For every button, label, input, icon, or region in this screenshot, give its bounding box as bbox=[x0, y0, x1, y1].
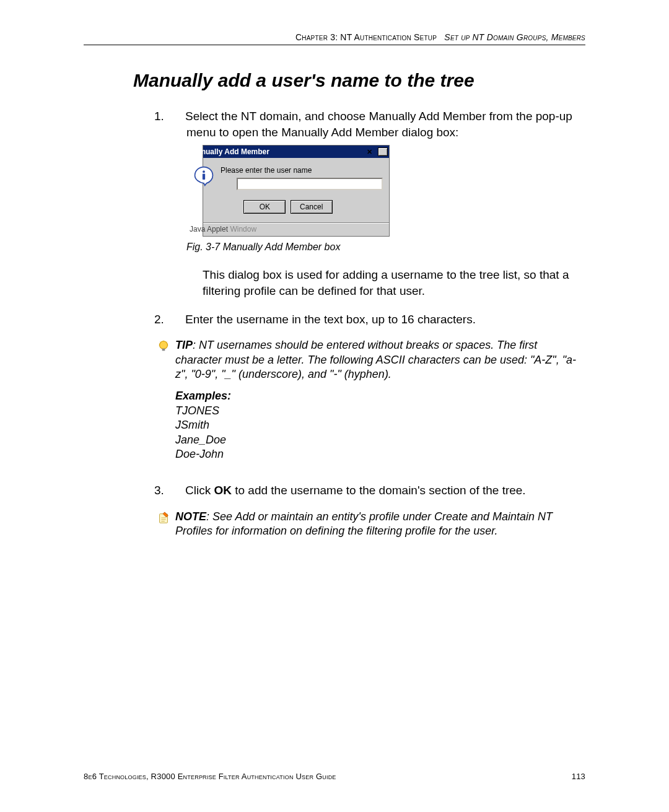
footer-left: 8e6 Technologies, R3000 Enterprise Filte… bbox=[84, 772, 336, 781]
step-1-text: Select the NT domain, and choose Manuall… bbox=[185, 110, 572, 139]
example-2: Jane_Doe bbox=[175, 433, 585, 447]
step-3: 3.Click OK to add the username to the do… bbox=[170, 482, 585, 499]
examples-block: Examples: TJONES JSmith Jane_Doe Doe-Joh… bbox=[175, 389, 585, 461]
header-subtitle: Set up NT Domain Groups, Members bbox=[444, 32, 585, 42]
svg-point-0 bbox=[203, 171, 205, 173]
step-3-number: 3. bbox=[170, 482, 185, 499]
explain-paragraph: This dialog box is used for adding a use… bbox=[203, 267, 585, 299]
note-label: NOTE bbox=[175, 510, 206, 523]
dialog-body: Please enter the user name OK Cancel bbox=[203, 158, 389, 222]
content-area: 1.Select the NT domain, and choose Manua… bbox=[170, 108, 585, 539]
ok-button[interactable]: OK bbox=[243, 200, 286, 214]
figure-caption: Fig. 3-7 Manually Add Member box bbox=[203, 240, 585, 254]
page-footer: 8e6 Technologies, R3000 Enterprise Filte… bbox=[84, 772, 585, 781]
step-2: 2.Enter the username in the text box, up… bbox=[170, 312, 585, 328]
note-callout: NOTE: See Add or maintain an entity's pr… bbox=[157, 510, 585, 539]
section-title: Manually add a user's name to the tree bbox=[133, 70, 585, 91]
step-1-number: 1. bbox=[170, 108, 185, 124]
lightbulb-icon bbox=[157, 339, 170, 353]
status-text-post: Window bbox=[230, 225, 256, 234]
example-1: JSmith bbox=[175, 418, 585, 432]
step-2-text: Enter the username in the text box, up t… bbox=[185, 313, 476, 326]
svg-rect-1 bbox=[203, 174, 205, 180]
example-3: Doe-John bbox=[175, 447, 585, 461]
step-3-pre: Click bbox=[185, 484, 214, 497]
dialog-figure: Manually Add Member ✕ bbox=[203, 145, 585, 236]
close-icon[interactable]: ✕ bbox=[378, 147, 388, 156]
tip-text: : NT usernames should be entered without… bbox=[175, 339, 576, 380]
svg-rect-3 bbox=[162, 349, 165, 351]
header-chapter: Chapter 3: NT Authentication Setup bbox=[295, 32, 437, 42]
note-icon bbox=[157, 511, 170, 525]
footer-page-number: 113 bbox=[572, 772, 585, 781]
note-text: : See Add or maintain an entity's profil… bbox=[175, 510, 553, 537]
status-text-pre: Java Applet bbox=[190, 225, 230, 234]
examples-label: Examples: bbox=[175, 389, 585, 403]
manually-add-member-dialog: Manually Add Member ✕ bbox=[203, 145, 390, 236]
tip-callout: TIP: NT usernames should be entered with… bbox=[157, 338, 585, 474]
dialog-titlebar: Manually Add Member ✕ bbox=[203, 146, 389, 158]
page-header: Chapter 3: NT Authentication Setup Set u… bbox=[84, 32, 585, 45]
example-0: TJONES bbox=[175, 404, 585, 418]
tip-label: TIP bbox=[175, 339, 193, 351]
step-3-post: to add the username to the domain's sect… bbox=[232, 484, 526, 497]
dialog-title: Manually Add Member bbox=[207, 147, 269, 157]
step-2-number: 2. bbox=[170, 312, 185, 328]
username-input[interactable] bbox=[237, 178, 383, 190]
step-3-bold: OK bbox=[214, 484, 232, 497]
dialog-prompt: Please enter the user name bbox=[237, 165, 383, 175]
svg-point-2 bbox=[160, 341, 168, 349]
dialog-statusbar: Java Applet Window bbox=[203, 222, 389, 235]
cancel-button[interactable]: Cancel bbox=[291, 200, 333, 214]
step-1: 1.Select the NT domain, and choose Manua… bbox=[170, 108, 585, 299]
